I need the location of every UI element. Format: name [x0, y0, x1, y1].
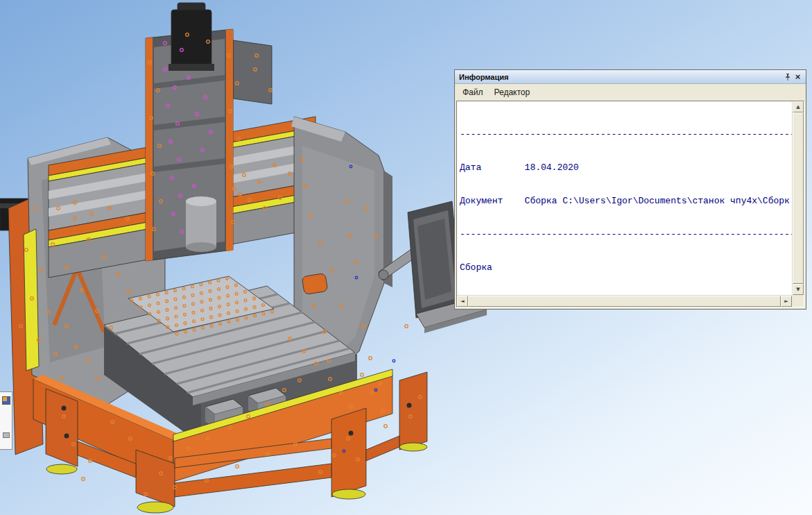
tree-item-icon	[2, 396, 10, 405]
report-assembly-line: Сборка	[460, 262, 790, 273]
scroll-up-icon[interactable]: ▲	[793, 101, 804, 112]
report-date-line: Дата 18.04.2020	[460, 162, 790, 174]
close-icon: ×	[795, 73, 801, 81]
report-text: ----------------------------------------…	[457, 101, 792, 295]
spindle-motor[interactable]	[169, 3, 214, 71]
panel-menubar[interactable]: Файл Редактор	[455, 84, 806, 101]
vertical-scrollbar[interactable]: ▲ ▼	[792, 101, 804, 295]
report-separator: ----------------------------------------…	[460, 129, 790, 140]
menu-editor[interactable]: Редактор	[490, 86, 535, 99]
horizontal-scroll-thumb[interactable]	[468, 296, 781, 307]
spindle[interactable]	[186, 196, 216, 252]
pushpin-icon	[784, 73, 792, 81]
vertical-scroll-thumb[interactable]	[793, 112, 804, 284]
scroll-right-icon[interactable]: ►	[781, 296, 792, 307]
collapsed-panel-icon	[3, 432, 10, 438]
information-panel[interactable]: Информация × Файл Редактор -------------…	[454, 69, 806, 310]
report-document-line: Документ Сборка C:\Users\Igor\Documents\…	[460, 196, 790, 207]
horizontal-scrollbar[interactable]: ◄ ►	[457, 295, 792, 307]
menu-file[interactable]: Файл	[458, 86, 488, 99]
pin-icon[interactable]	[782, 72, 793, 82]
side-toolbar-fragment[interactable]	[0, 391, 12, 450]
scroll-left-icon[interactable]: ◄	[457, 296, 468, 307]
panel-title: Информация	[459, 73, 782, 81]
information-panel-titlebar[interactable]: Информация ×	[455, 70, 806, 84]
report-area: ----------------------------------------…	[456, 101, 804, 307]
close-button[interactable]: ×	[793, 72, 803, 82]
scroll-down-icon[interactable]: ▼	[793, 284, 804, 295]
report-separator: ----------------------------------------…	[460, 229, 790, 240]
cad-viewport[interactable]: Информация × Файл Редактор -------------…	[0, 0, 812, 515]
scrollbar-corner	[792, 295, 804, 307]
